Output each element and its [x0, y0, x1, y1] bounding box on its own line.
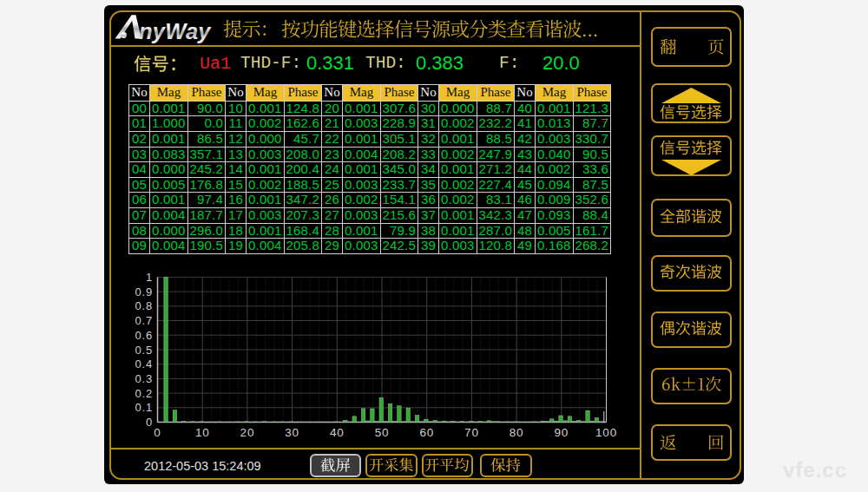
svg-text:0.6: 0.6 — [135, 329, 153, 342]
svg-text:0: 0 — [146, 416, 153, 429]
svg-text:0.3: 0.3 — [135, 372, 153, 385]
svg-text:0.8: 0.8 — [135, 299, 153, 312]
svg-text:0.5: 0.5 — [135, 344, 153, 357]
svg-text:0.7: 0.7 — [135, 314, 153, 327]
svg-text:100: 100 — [595, 426, 617, 439]
svg-text:0.1: 0.1 — [135, 401, 153, 414]
svg-text:0.2: 0.2 — [135, 387, 153, 400]
svg-text:0: 0 — [154, 426, 161, 439]
svg-text:0.4: 0.4 — [135, 358, 153, 371]
svg-text:10: 10 — [195, 426, 210, 439]
svg-text:80: 80 — [510, 426, 524, 439]
svg-text:30: 30 — [285, 426, 299, 439]
svg-text:40: 40 — [330, 426, 345, 439]
svg-text:nyWay: nyWay — [139, 19, 212, 43]
svg-text:1: 1 — [146, 271, 153, 284]
svg-text:0.9: 0.9 — [135, 285, 153, 298]
svg-text:20: 20 — [240, 426, 255, 439]
svg-text:60: 60 — [419, 426, 434, 439]
svg-text:90: 90 — [554, 426, 569, 439]
svg-text:50: 50 — [375, 426, 390, 439]
svg-text:70: 70 — [464, 426, 479, 439]
